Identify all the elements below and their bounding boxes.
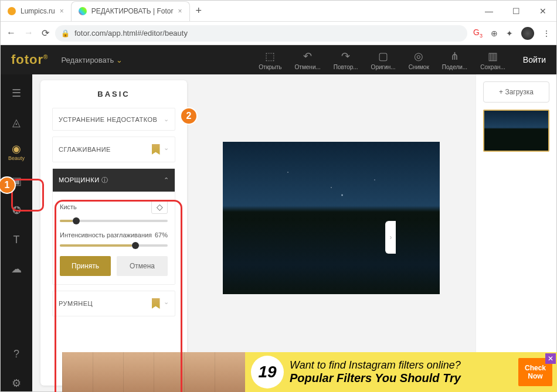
forward-button[interactable]: → [24,28,33,39]
share-icon: ⋔ [450,50,459,63]
back-button[interactable]: ← [6,28,16,39]
chevron-down-icon: ⌄ [164,144,169,155]
intensity-label: Интенсивность разглаживания [60,231,152,238]
callout-2: 2 [180,107,198,125]
open-icon: ⬚ [265,50,275,63]
favicon-dot [79,7,87,15]
browser-tab[interactable]: Lumpics.ru × [1,1,71,21]
eraser-button[interactable]: ◇ [151,200,168,214]
text-tool[interactable]: T [8,231,25,248]
intensity-value: 67% [155,231,168,238]
chevron-down-icon: ⌄ [116,56,123,64]
eye-icon: ◉ [12,142,21,155]
reload-button[interactable]: ⟳ [42,28,49,39]
snapshot-button[interactable]: ◎Снимок [409,50,429,70]
tab-title: Lumpics.ru [21,7,55,15]
intensity-slider[interactable] [60,244,168,247]
accordion-blemish[interactable]: УСТРАНЕНИЕ НЕДОСТАТКОВ⌄ [52,108,175,131]
premium-ribbon-icon [152,144,160,155]
brush-label: Кисть [60,203,77,210]
extension-puzzle-icon[interactable]: ✦ [506,29,513,38]
window-maximize[interactable]: ☐ [502,1,529,21]
share-button[interactable]: ⋔Подели... [442,50,467,70]
undo-button[interactable]: ↶Отмени... [295,50,321,70]
extension-icon[interactable]: G3 [473,28,483,39]
cancel-button[interactable]: Отмена [117,256,168,276]
logo: fotor® [11,52,48,67]
thumbnail[interactable] [483,110,549,152]
tab-title: РЕДАКТИРОВАТЬ | Fotor [91,7,174,15]
effects-tool[interactable]: ◬ [8,114,25,131]
help-icon[interactable]: ⓘ [101,176,108,183]
settings-button[interactable]: ⚙ [8,375,25,391]
browser-tab-active[interactable]: РЕДАКТИРОВАТЬ | Fotor × [71,1,190,21]
upload-button[interactable]: + Загрузка [483,81,549,103]
new-tab-button[interactable]: + [190,5,208,17]
menu-icon[interactable]: ⋮ [542,29,551,38]
window-minimize[interactable]: — [476,1,502,21]
close-icon[interactable]: × [60,7,64,15]
favicon-dot [8,7,16,15]
chevron-up-icon: ⌃ [164,176,169,184]
accordion-blush[interactable]: РУМЯНЕЦ⌄ [52,291,175,316]
camera-icon: ◎ [414,50,423,63]
url-text: fotor.com/app.html#/editor/beauty [74,29,188,38]
address-bar[interactable]: 🔒 fotor.com/app.html#/editor/beauty [55,25,467,42]
chevron-down-icon: ⌄ [164,115,169,123]
drawer-collapse[interactable]: › [385,221,396,254]
accept-button[interactable]: Принять [60,256,111,276]
open-button[interactable]: ⬚Открыть [259,50,281,70]
panel-title: BASIC [40,80,187,108]
close-icon[interactable]: × [178,7,182,15]
redo-button[interactable]: ↷Повтор... [334,50,358,70]
accordion-smooth[interactable]: СГЛАЖИВАНИЕ⌄ [52,137,175,162]
lock-icon: 🔒 [61,29,70,38]
ad-text: Want to find Instagram filters online? P… [290,359,461,385]
ad-number: 19 [251,356,284,388]
profile-avatar[interactable] [521,27,534,40]
redo-icon: ↷ [341,50,350,63]
premium-ribbon-icon [152,298,160,309]
window-close[interactable]: ✕ [529,1,556,21]
extension-icon[interactable]: ⊕ [491,29,498,38]
save-icon: ▥ [488,50,498,63]
image-icon: ▢ [378,50,388,63]
ad-close-button[interactable]: ✕ [545,353,556,364]
accordion-wrinkles[interactable]: МОРЩИНКИ ⓘ⌃ Кисть ◇ Интенсивность разгла… [52,168,175,285]
callout-1: 1 [0,176,16,194]
undo-icon: ↶ [303,50,312,63]
cloud-tool[interactable]: ☁ [8,261,25,277]
login-button[interactable]: Войти [523,55,546,64]
edit-dropdown[interactable]: Редактировать⌄ [61,56,123,64]
help-button[interactable]: ? [8,346,25,362]
brush-size-slider[interactable] [60,220,168,222]
canvas-image[interactable] [223,142,440,294]
beauty-tool[interactable]: ◉ Beauty [8,144,25,160]
save-button[interactable]: ▥Сохран... [480,50,505,70]
original-button[interactable]: ▢Оригин... [371,50,396,70]
adjust-tool[interactable]: ☰ [8,85,25,101]
ad-banner[interactable]: 19 Want to find Instagram filters online… [62,352,557,392]
chevron-down-icon: ⌄ [164,298,169,309]
